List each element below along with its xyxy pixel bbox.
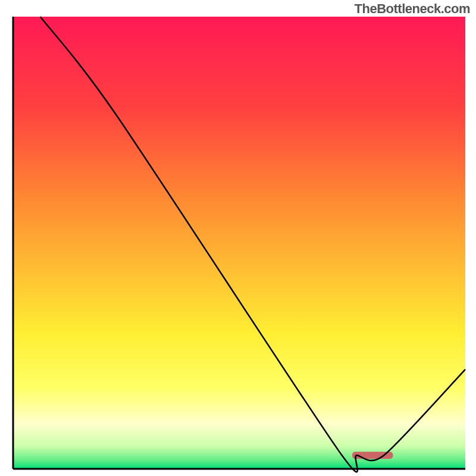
watermark-text: TheBottleneck.com bbox=[355, 1, 470, 17]
bottleneck-chart bbox=[0, 0, 476, 476]
gradient-background bbox=[13, 17, 465, 469]
chart-container: TheBottleneck.com bbox=[0, 0, 476, 476]
